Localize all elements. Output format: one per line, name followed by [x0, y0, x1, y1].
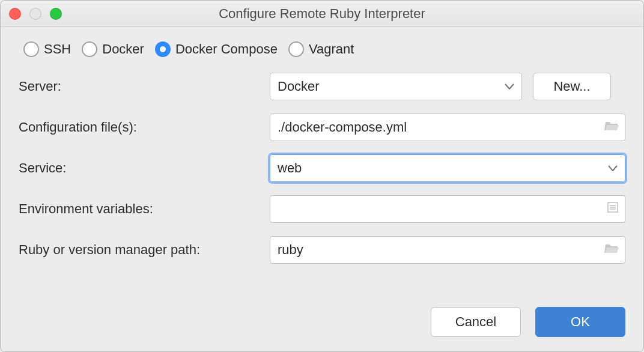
titlebar: Configure Remote Ruby Interpreter: [1, 1, 643, 27]
server-select-value: Docker: [278, 79, 320, 94]
radio-icon: [155, 41, 171, 57]
dialog-window: Configure Remote Ruby Interpreter SSH Do…: [0, 0, 644, 352]
radio-icon: [288, 41, 304, 57]
window-title: Configure Remote Ruby Interpreter: [1, 6, 643, 22]
config-files-input[interactable]: ./docker-compose.yml: [270, 114, 625, 141]
service-label: Service:: [19, 160, 259, 176]
radio-label: Docker: [102, 41, 144, 57]
chevron-down-icon: [608, 165, 618, 171]
window-controls: [9, 8, 62, 20]
cancel-button-label: Cancel: [455, 314, 496, 330]
close-window-button[interactable]: [9, 8, 21, 20]
config-files-value: ./docker-compose.yml: [278, 120, 407, 135]
folder-open-icon[interactable]: [604, 242, 619, 258]
server-label: Server:: [19, 79, 259, 94]
service-select[interactable]: web: [270, 154, 625, 182]
row-service: Service: web: [19, 154, 625, 182]
form: Server: Docker New... Configuration file…: [19, 73, 625, 264]
server-select[interactable]: Docker: [270, 73, 522, 100]
new-server-button-label: New...: [553, 79, 590, 94]
chevron-down-icon: [505, 83, 514, 90]
row-ruby-path: Ruby or version manager path: ruby: [19, 236, 625, 264]
new-server-button[interactable]: New...: [533, 73, 611, 100]
row-server: Server: Docker New...: [19, 73, 625, 100]
folder-open-icon[interactable]: [604, 120, 619, 135]
radio-ssh[interactable]: SSH: [23, 41, 71, 57]
radio-icon: [82, 41, 97, 57]
row-config-files: Configuration file(s): ./docker-compose.…: [19, 114, 625, 141]
radio-label: Docker Compose: [175, 41, 278, 57]
radio-label: Vagrant: [309, 41, 354, 57]
radio-docker[interactable]: Docker: [82, 41, 144, 57]
cancel-button[interactable]: Cancel: [431, 307, 521, 337]
env-label: Environment variables:: [19, 201, 259, 217]
ruby-path-value: ruby: [278, 242, 303, 258]
service-select-value: web: [278, 160, 302, 176]
ruby-path-label: Ruby or version manager path:: [19, 242, 259, 258]
ok-button[interactable]: OK: [535, 307, 625, 337]
radio-docker-compose[interactable]: Docker Compose: [155, 41, 278, 57]
row-env: Environment variables:: [19, 195, 625, 223]
list-icon[interactable]: [607, 201, 619, 217]
radio-vagrant[interactable]: Vagrant: [288, 41, 354, 57]
zoom-window-button[interactable]: [50, 8, 62, 20]
dialog-body: SSH Docker Docker Compose Vagrant Server…: [1, 27, 643, 351]
ruby-path-input[interactable]: ruby: [270, 236, 625, 264]
minimize-window-button[interactable]: [29, 8, 41, 20]
dialog-footer: Cancel OK: [19, 295, 625, 351]
interpreter-type-radios: SSH Docker Docker Compose Vagrant: [23, 41, 625, 57]
radio-icon: [23, 41, 39, 57]
radio-label: SSH: [44, 41, 71, 57]
config-files-label: Configuration file(s):: [19, 120, 259, 135]
env-input[interactable]: [270, 195, 625, 223]
ok-button-label: OK: [571, 314, 590, 330]
